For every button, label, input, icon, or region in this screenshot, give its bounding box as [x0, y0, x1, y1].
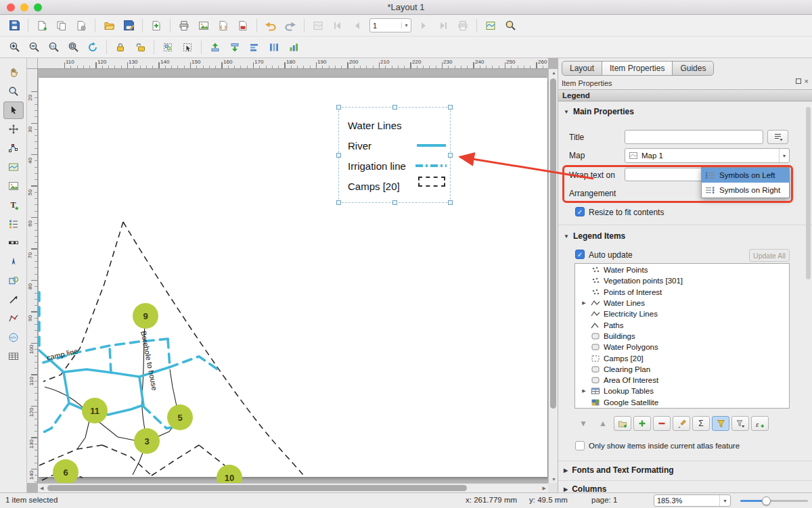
undo-button[interactable]: [261, 17, 280, 34]
list-item[interactable]: ▶Clearing Plan: [575, 364, 789, 375]
list-item[interactable]: ▶Water Points: [575, 264, 789, 275]
atlas-feature-input[interactable]: [370, 22, 401, 30]
atlas-previous-feature-button[interactable]: [348, 17, 367, 34]
add-map-tool[interactable]: [3, 158, 24, 176]
selection-handle[interactable]: [336, 105, 341, 110]
horizontal-scroll-thumb[interactable]: [47, 485, 467, 491]
expander-icon[interactable]: ▶: [581, 300, 587, 306]
auto-update-checkbox[interactable]: ✓: [575, 250, 585, 259]
new-layout-button[interactable]: [32, 17, 51, 34]
add-pages-button[interactable]: [147, 17, 166, 34]
list-item[interactable]: ▶Points of Interest: [575, 287, 789, 298]
zoom-window-button[interactable]: [34, 3, 42, 11]
list-item[interactable]: ▶Area Of Interest: [575, 375, 789, 386]
selection-handle[interactable]: [448, 153, 453, 158]
vertical-scrollbar[interactable]: ▲ ▼: [548, 69, 558, 483]
close-panel-icon[interactable]: ×: [805, 78, 809, 84]
redo-button[interactable]: [281, 17, 300, 34]
distribute-items-button[interactable]: [265, 39, 284, 56]
minimize-window-button[interactable]: [20, 3, 28, 11]
add-north-arrow-tool[interactable]: [3, 253, 24, 271]
add-item-button[interactable]: [633, 416, 651, 431]
collapse-triangle-icon[interactable]: ▼: [564, 109, 569, 115]
list-item[interactable]: ▶Vegetation points [301]: [575, 275, 789, 286]
add-attribute-table-tool[interactable]: [3, 348, 24, 365]
selection-handle[interactable]: [336, 153, 341, 158]
resize-items-button[interactable]: [284, 39, 303, 56]
export-image-button[interactable]: [194, 17, 213, 34]
expand-triangle-icon[interactable]: ▶: [564, 467, 568, 474]
zoom-out-button[interactable]: [24, 39, 43, 56]
scroll-left-icon[interactable]: ◀: [40, 486, 43, 491]
filter-by-map-button[interactable]: [731, 416, 749, 431]
move-item-down-button[interactable]: ▼: [574, 416, 592, 431]
add-shape-tool[interactable]: [3, 272, 24, 290]
selection-handle[interactable]: [392, 200, 397, 205]
list-item[interactable]: ▶Electricity Lines: [575, 308, 789, 319]
tab-guides[interactable]: Guides: [672, 61, 714, 76]
scroll-right-icon[interactable]: ▶: [543, 486, 546, 491]
print-button[interactable]: [175, 17, 194, 34]
page-viewport[interactable]: 9 11 5 3 6 10 camp line Borehole to hous…: [38, 69, 548, 483]
tab-item-properties[interactable]: Item Properties: [602, 61, 673, 76]
selection-handle[interactable]: [392, 105, 397, 110]
atlas-first-feature-button[interactable]: [328, 17, 347, 34]
group-items-button[interactable]: [158, 39, 177, 56]
export-pdf-button[interactable]: [233, 17, 252, 34]
sum-button[interactable]: Σ: [692, 416, 710, 431]
atlas-last-feature-button[interactable]: [434, 17, 453, 34]
remove-item-button[interactable]: [653, 416, 671, 431]
ungroup-items-button[interactable]: [178, 39, 197, 56]
option-symbols-on-left[interactable]: Symbols on Left: [702, 168, 789, 183]
vertical-scroll-thumb[interactable]: [550, 78, 556, 409]
selection-handle[interactable]: [448, 105, 453, 110]
add-arrow-tool[interactable]: [3, 291, 24, 308]
chevron-down-icon[interactable]: ▾: [401, 22, 411, 28]
panel-scroll-thumb[interactable]: [806, 107, 811, 279]
select-move-item-tool[interactable]: [3, 101, 24, 119]
zoom-level-input[interactable]: [654, 497, 719, 505]
atlas-filter-checkbox[interactable]: [575, 441, 585, 451]
zoom-tool[interactable]: [3, 83, 24, 100]
fonts-section[interactable]: ▶ Fonts and Text Formatting: [564, 465, 674, 475]
add-picture-tool[interactable]: [3, 177, 24, 195]
atlas-settings-button[interactable]: [309, 17, 328, 34]
zoom-actual-button[interactable]: 1:1: [44, 39, 63, 56]
layout-canvas[interactable]: 110 120 130 140 150 160 170 180 190 200 …: [27, 58, 558, 492]
filter-legend-button[interactable]: [712, 416, 729, 431]
refresh-view-button[interactable]: [83, 39, 102, 56]
add-node-item-tool[interactable]: [3, 310, 24, 327]
move-item-up-button[interactable]: ▲: [594, 416, 612, 431]
save-template-button[interactable]: [119, 17, 138, 34]
list-item[interactable]: ▶Buildings: [575, 331, 789, 342]
horizontal-scrollbar[interactable]: ◀ ▶: [38, 483, 548, 492]
add-scalebar-tool[interactable]: [3, 234, 24, 252]
data-defined-override-button[interactable]: [767, 130, 788, 144]
legend-items-section[interactable]: ▼ Legend Items: [564, 231, 625, 241]
move-content-tool[interactable]: [3, 120, 24, 138]
zoom-full-button[interactable]: [64, 39, 83, 56]
atlas-next-feature-button[interactable]: [414, 17, 433, 34]
lower-items-button[interactable]: [225, 39, 244, 56]
print-atlas-button[interactable]: [453, 17, 472, 34]
pan-tool[interactable]: [3, 64, 24, 81]
edit-item-button[interactable]: [673, 416, 690, 431]
lock-items-button[interactable]: [111, 39, 130, 56]
list-item[interactable]: ▶Camps [20]: [575, 352, 789, 363]
add-label-tool[interactable]: T: [3, 196, 24, 214]
filter-by-expression-button[interactable]: ε: [751, 416, 769, 431]
list-item[interactable]: ▶Paths: [575, 319, 789, 330]
atlas-preview-button[interactable]: [501, 17, 520, 34]
selection-handle[interactable]: [448, 200, 453, 205]
collapse-triangle-icon[interactable]: ▼: [564, 233, 569, 239]
list-item[interactable]: ▶Water Polygons: [575, 342, 789, 352]
save-project-button[interactable]: [5, 17, 24, 34]
edit-nodes-tool[interactable]: [3, 139, 24, 157]
list-item[interactable]: ▶Lookup Tables: [575, 386, 789, 396]
expander-icon[interactable]: ▶: [581, 388, 587, 394]
duplicate-layout-button[interactable]: [52, 17, 71, 34]
float-panel-icon[interactable]: [796, 78, 801, 84]
layout-manager-button[interactable]: [72, 17, 91, 34]
selection-handle[interactable]: [336, 200, 341, 205]
option-symbols-on-right[interactable]: Symbols on Right: [702, 183, 789, 198]
